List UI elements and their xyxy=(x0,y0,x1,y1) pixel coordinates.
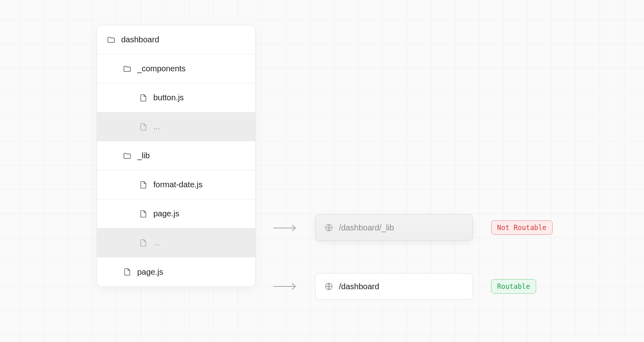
file-icon xyxy=(139,122,148,131)
folder-icon xyxy=(123,64,132,73)
route-path: /dashboard xyxy=(339,282,379,291)
tree-row-more: ... xyxy=(97,228,255,257)
file-tree-panel: dashboard _components button.js ... _lib… xyxy=(97,25,256,287)
tree-row-format-date: format-date.js xyxy=(97,170,255,199)
tree-label: dashboard xyxy=(121,35,159,44)
globe-icon xyxy=(324,223,333,232)
file-icon xyxy=(139,238,148,247)
tree-label: format-date.js xyxy=(153,180,202,189)
tree-row-lib-page: page.js xyxy=(97,199,255,228)
tree-row-more: ... xyxy=(97,112,255,141)
file-icon xyxy=(123,267,132,276)
file-icon xyxy=(139,93,148,102)
tree-label: ... xyxy=(153,122,160,131)
tree-label: button.js xyxy=(153,93,184,102)
tree-row-components: _components xyxy=(97,54,255,83)
route-path: /dashboard/_lib xyxy=(339,223,394,232)
badge-not-routable: Not Routable xyxy=(491,220,553,235)
tree-label: _lib xyxy=(137,151,150,160)
tree-label: page.js xyxy=(137,267,163,277)
arrow-icon xyxy=(273,282,298,291)
tree-row-dashboard: dashboard xyxy=(97,25,255,54)
badge-routable: Routable xyxy=(491,279,536,294)
file-icon xyxy=(139,180,148,189)
tree-row-lib: _lib xyxy=(97,141,255,170)
route-not-routable: /dashboard/_lib xyxy=(315,214,473,241)
tree-label: page.js xyxy=(153,209,180,218)
file-icon xyxy=(139,209,148,218)
globe-icon xyxy=(324,282,333,291)
arrow-icon xyxy=(273,224,298,232)
tree-label: ... xyxy=(153,238,160,247)
folder-icon xyxy=(123,151,132,160)
folder-icon xyxy=(107,35,116,44)
route-routable: /dashboard xyxy=(315,273,473,300)
tree-row-root-page: page.js xyxy=(97,257,255,286)
tree-label: _components xyxy=(137,64,186,73)
tree-row-button-js: button.js xyxy=(97,83,255,112)
